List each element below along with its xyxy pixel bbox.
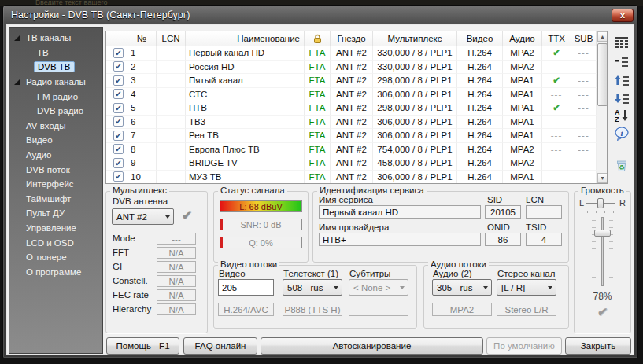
cell-name: ТВ3 — [186, 116, 305, 130]
channel-list-icon[interactable] — [614, 35, 631, 52]
table-scrollbar[interactable]: ▲ ▼ — [597, 31, 607, 183]
cell-access: FTA — [305, 156, 331, 171]
balance-ticks — [587, 211, 615, 213]
antenna-select[interactable]: ANT #2 — [112, 208, 174, 225]
desktop: Введите текст вашего Настройки - DVB ТВ … — [0, 0, 643, 364]
cell-name: СТС — [186, 88, 305, 102]
cell-ttx: ✔ — [542, 74, 571, 88]
recycle-bin-icon[interactable]: ♻ — [614, 157, 631, 175]
channel-info-icon[interactable]: i — [614, 126, 631, 143]
sidebar-item[interactable]: Управление — [9, 221, 102, 236]
sidebar-item[interactable]: Интерфейс — [9, 177, 102, 192]
cell-name: BRIDGE TV — [186, 156, 305, 171]
video-pid-input[interactable] — [218, 279, 274, 296]
stereo-select[interactable]: [L / R] — [497, 279, 556, 296]
close-dialog-button[interactable]: Закрыть — [565, 337, 631, 355]
faq-button[interactable]: FAQ онлайн — [183, 337, 257, 355]
cell-num: 7 — [127, 129, 157, 143]
sidebar-item[interactable]: Пульт ДУ — [9, 206, 102, 221]
table-row[interactable]: ✔ 4 СТС FTA ANT #2 306,000 / 8 / PLP1 H.… — [106, 88, 607, 102]
header-ttx[interactable]: TTX — [542, 31, 571, 46]
header-lcn[interactable]: LCN — [157, 31, 186, 46]
move-down-icon[interactable] — [614, 91, 631, 108]
balance-thumb[interactable] — [597, 198, 604, 208]
cell-access: FTA — [305, 88, 331, 102]
table-row[interactable]: ✔ 9 BRIDGE TV FTA ANT #2 458,000 / 8 / P… — [106, 156, 607, 171]
signal-panel: Статус сигнала L: 68 dBuV SNR: 0 dB Q: 0… — [213, 191, 309, 263]
table-row[interactable]: ✔ 1 Первый канал HD FTA ANT #2 330,000 /… — [106, 46, 607, 61]
cell-sub: --- — [571, 129, 597, 143]
video-pid-label: Видео — [219, 269, 246, 278]
sidebar-item[interactable]: Видео — [9, 133, 102, 148]
cell-socket: ANT #2 — [331, 46, 373, 61]
table-row[interactable]: ✔ 2 Россия HD FTA ANT #2 330,000 / 8 / P… — [106, 61, 607, 75]
chevron-down-icon — [396, 286, 408, 289]
channel-checkbox[interactable]: ✔ — [113, 131, 124, 141]
sidebar-item[interactable]: О тюнере — [9, 250, 102, 265]
volume-thumb[interactable] — [594, 230, 611, 237]
channel-checkbox[interactable]: ✔ — [113, 144, 124, 154]
subtitles-select[interactable]: < None > — [349, 279, 408, 296]
volume-applied-check-icon: ✔ — [574, 305, 632, 319]
teletext-info-value: P888 (TTS H) — [283, 303, 342, 316]
header-socket[interactable]: Гнездо — [331, 31, 373, 46]
scroll-down-icon[interactable]: ▼ — [597, 173, 608, 183]
autoscan-button[interactable]: Автосканирование — [261, 337, 483, 355]
cell-name: Первый канал HD — [186, 46, 305, 61]
sidebar-item[interactable]: Таймшифт — [9, 192, 102, 207]
channel-checkbox[interactable]: ✔ — [113, 171, 124, 182]
channel-checkbox[interactable]: ✔ — [113, 158, 124, 168]
sidebar-item[interactable]: DVB радио — [9, 104, 102, 119]
sidebar-item[interactable]: Аудио — [9, 148, 102, 163]
header-encryption[interactable] — [305, 31, 331, 46]
header-num[interactable]: № — [127, 31, 157, 46]
table-row[interactable]: ✔ 6 ТВ3 FTA ANT #2 306,000 / 8 / PLP1 H.… — [106, 116, 607, 130]
tree-expander-icon[interactable] — [14, 35, 20, 41]
channel-checkbox[interactable]: ✔ — [113, 48, 124, 58]
cell-ttx: ✔ — [542, 46, 571, 61]
header-sub[interactable]: SUB — [571, 31, 597, 46]
help-button[interactable]: Помощь - F1 — [106, 337, 179, 355]
channel-checkbox[interactable]: ✔ — [113, 89, 124, 99]
sidebar-item[interactable]: DVB ТВ — [9, 60, 102, 75]
table-row[interactable]: ✔ 10 МУЗ ТВ FTA ANT #2 306,000 / 8 / PLP… — [106, 171, 607, 185]
cell-lcn — [157, 129, 186, 143]
tsid-label: TSID — [526, 222, 546, 232]
table-row[interactable]: ✔ 5 НТВ FTA ANT #2 298,000 / 8 / PLP1 H.… — [106, 101, 607, 116]
header-name[interactable]: Наименование — [186, 31, 305, 46]
audio-select[interactable]: 305 - rus — [432, 279, 492, 296]
header-audio[interactable]: Аудио — [503, 31, 542, 46]
cell-socket: ANT #2 — [331, 101, 373, 116]
sidebar-item[interactable]: DVB поток — [9, 162, 102, 177]
channel-checkbox[interactable]: ✔ — [113, 103, 124, 113]
table-row[interactable]: ✔ 7 Рен ТВ FTA ANT #2 306,000 / 8 / PLP1… — [106, 129, 607, 143]
volume-slider[interactable] — [601, 217, 604, 286]
cell-mux: 298,000 / 8 / PLP1 — [373, 101, 457, 116]
titlebar[interactable]: Настройки - DVB ТВ (Санкт-Петербург) x — [3, 6, 637, 24]
sidebar-item[interactable]: Радио каналы — [9, 75, 102, 90]
channel-checkbox[interactable]: ✔ — [113, 116, 124, 127]
scrollbar-thumb[interactable] — [597, 43, 608, 106]
move-up-icon[interactable] — [614, 73, 631, 90]
remove-channel-icon[interactable] — [614, 54, 631, 72]
teletext-select[interactable]: 508 - rus — [283, 279, 342, 296]
sidebar-item[interactable]: LCD и OSD — [9, 235, 102, 250]
cell-audio: MPA1 — [503, 171, 542, 185]
channel-checkbox[interactable]: ✔ — [113, 61, 124, 72]
header-mux[interactable]: Мультиплекс — [373, 31, 457, 46]
sidebar-item[interactable]: ТВ каналы — [9, 31, 102, 46]
header-video[interactable]: Видео — [457, 31, 503, 46]
sidebar-item[interactable]: FM радио — [9, 89, 102, 104]
sort-az-icon[interactable]: AZ — [614, 108, 631, 125]
channel-checkbox[interactable]: ✔ — [113, 75, 124, 86]
tree-expander-icon[interactable] — [14, 79, 20, 85]
close-button[interactable]: x — [612, 9, 634, 22]
table-row[interactable]: ✔ 8 Европа Плюс ТВ FTA ANT #2 754,000 / … — [106, 143, 607, 157]
sidebar-item[interactable]: AV входы — [9, 119, 102, 134]
scroll-up-icon[interactable]: ▲ — [597, 31, 608, 42]
table-row[interactable]: ✔ 3 Пятый канал FTA ANT #2 298,000 / 8 /… — [106, 74, 607, 88]
sidebar-item[interactable]: О программе — [9, 265, 102, 280]
cell-num: 5 — [127, 101, 157, 116]
sidebar-item[interactable]: ТВ — [9, 46, 102, 61]
volume-percent: 78% — [575, 291, 630, 302]
